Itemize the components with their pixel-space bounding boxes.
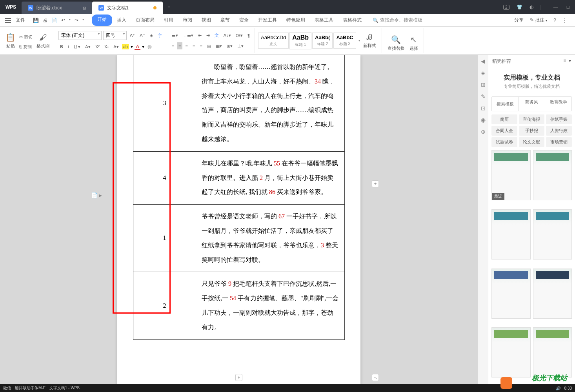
select-button[interactable]: ↖选择 — [407, 28, 420, 53]
table-cell-num[interactable]: 3 — [133, 55, 196, 152]
ribbon-tab-references[interactable]: 引用 — [159, 15, 178, 26]
tab-file-2[interactable]: W 文字文稿1 — [92, 2, 163, 14]
line-spacing-icon[interactable]: ‡≡▾ — [234, 32, 245, 39]
increase-indent-icon[interactable]: ⇥ — [205, 32, 211, 39]
style-heading1[interactable]: AaBb标题 1 — [289, 32, 311, 49]
template-item[interactable] — [491, 327, 531, 377]
ribbon-tab-devtools[interactable]: 开发工具 — [253, 15, 282, 26]
ribbon-tab-tabletools[interactable]: 表格工具 — [310, 15, 338, 26]
table-cell-num[interactable]: 4 — [133, 151, 196, 204]
template-item[interactable] — [533, 150, 572, 200]
ribbon-tab-review[interactable]: 审阅 — [178, 15, 197, 26]
enclose-char-icon[interactable]: ㊞ — [146, 43, 153, 51]
align-justify-icon[interactable]: ≡ — [191, 43, 197, 49]
comment-button[interactable]: ✎ 批注 ▾ — [530, 17, 548, 24]
align-center-icon[interactable]: ≡ — [177, 42, 182, 49]
ribbon-tab-insert[interactable]: 插入 — [112, 15, 131, 26]
table-cell-num[interactable]: 2 — [133, 272, 196, 339]
user-avatar-icon[interactable]: ◐ — [530, 4, 533, 10]
font-color-icon[interactable]: A — [135, 43, 140, 50]
table-cell-text[interactable]: 爷爷曾经是语文老师，写的 67 一手好书字，所以一到腊月，爷爷就开始忙活了，亲戚… — [196, 205, 345, 272]
document-table[interactable]: 3 盼望着，盼望着……翘首以盼的新年近了。街市上车水马龙，人山人海，好不热闹。3… — [133, 55, 345, 340]
table-cell-text[interactable]: 只见爷爷 9 把毛笔杆头支着下巴作沉思状,然后,一手按纸,一 54 手有力的握笔… — [196, 272, 345, 339]
text-direction-icon[interactable]: 文 — [213, 32, 220, 39]
badge-icon[interactable]: 2 — [503, 5, 509, 10]
increase-font-icon[interactable]: A⁺ — [128, 32, 136, 39]
ribbon-tab-tablestyle[interactable]: 表格样式 — [338, 15, 366, 26]
bullets-icon[interactable]: ☰▾ — [170, 32, 180, 39]
show-marks-icon[interactable]: ¶ — [246, 33, 251, 39]
template-item[interactable] — [533, 209, 572, 260]
panel-close-icon[interactable]: ▾ — [569, 58, 571, 64]
page-margin-icon[interactable]: 📄 ▸ — [91, 192, 102, 198]
search-template-input[interactable] — [492, 97, 519, 111]
tool-icon[interactable]: ◈ — [481, 70, 485, 76]
ribbon-tab-start[interactable]: 开始 — [92, 15, 112, 26]
align-left-icon[interactable]: ≡ — [170, 43, 176, 49]
borders-icon[interactable]: ⊞▾ — [225, 43, 234, 49]
tag-item[interactable]: 人资行政 — [546, 126, 572, 136]
paste-button[interactable]: 📋 粘贴 — [3, 31, 18, 51]
tab-file-1[interactable]: W 盼望着.docx ⊡ — [22, 2, 92, 14]
decrease-font-icon[interactable]: A⁻ — [138, 32, 146, 39]
tag-item[interactable]: 宣传海报 — [519, 114, 545, 124]
document-area[interactable]: 📄 ▸ 3 盼望着，盼望着……翘首以盼的新年近了。街市上车水马龙，人山人海，好不… — [0, 55, 478, 384]
style-heading2[interactable]: AaBb(标题 2 — [312, 33, 333, 49]
file-menu[interactable]: 文件 — [16, 17, 25, 24]
collapse-icon[interactable]: ◀ — [481, 58, 485, 64]
highlight-icon[interactable]: ab — [122, 44, 129, 49]
table-handle-right[interactable]: + — [372, 180, 379, 187]
template-item[interactable] — [491, 269, 531, 319]
tool-icon[interactable]: ◉ — [481, 117, 486, 123]
text-effects-icon[interactable]: A▾ — [112, 44, 120, 50]
indent-left-icon[interactable]: ▤ — [206, 43, 213, 49]
print-preview-icon[interactable]: 📄 — [51, 18, 57, 23]
ribbon-tab-security[interactable]: 安全 — [235, 15, 253, 26]
share-button[interactable]: 分享 — [514, 17, 524, 24]
tag-item[interactable]: 试题试卷 — [491, 137, 517, 147]
subscript-icon[interactable]: X₂ — [103, 44, 110, 50]
underline-icon[interactable]: U▾ — [72, 44, 82, 50]
format-painter-button[interactable]: 🖌 格式刷 — [34, 31, 52, 51]
tool-icon[interactable]: ✎ — [481, 93, 486, 100]
hamburger-icon[interactable] — [5, 18, 11, 23]
tag-item[interactable]: 论文文献 — [519, 137, 545, 147]
table-cell-text[interactable]: 盼望着，盼望着……翘首以盼的新年近了。街市上车水马龙，人山人海，好不热闹。34 … — [196, 55, 345, 152]
cut-button[interactable]: ✂剪切 — [18, 33, 34, 41]
tag-item[interactable]: 手抄报 — [519, 126, 545, 136]
tool-icon[interactable]: ⊡ — [481, 105, 486, 111]
tab-pin-icon[interactable]: ⊡ — [83, 6, 86, 10]
template-item[interactable] — [533, 327, 572, 377]
tag-item[interactable]: 信纸手账 — [546, 114, 572, 124]
command-search[interactable]: 🔍 查找命令、搜索模板 — [373, 17, 422, 24]
save-icon[interactable]: 💾 — [33, 18, 39, 23]
filter-education[interactable]: 教育教学 — [545, 97, 571, 111]
redo-dropdown-icon[interactable]: ▾ — [82, 18, 84, 23]
bold-icon[interactable]: B — [58, 44, 65, 50]
phonetic-icon[interactable]: 字 — [156, 32, 164, 39]
template-item[interactable]: 最近 — [491, 150, 531, 200]
ribbon-tab-chapter[interactable]: 章节 — [216, 15, 235, 26]
minimize-icon[interactable]: — — [553, 4, 558, 10]
superscript-icon[interactable]: X² — [94, 44, 101, 50]
sort-icon[interactable]: A↓▾ — [222, 32, 233, 39]
tool-icon[interactable]: ⊕ — [481, 129, 486, 135]
ribbon-tab-view[interactable]: 视图 — [197, 15, 216, 26]
redo-icon[interactable]: ↷ — [75, 18, 78, 23]
strikethrough-icon[interactable]: A̶▾ — [84, 44, 92, 50]
table-resize-handle[interactable]: ⤡ — [372, 374, 379, 381]
align-right-icon[interactable]: ≡ — [184, 43, 189, 49]
tool-icon[interactable]: ⊞ — [481, 82, 486, 88]
table-cell-text[interactable]: 年味儿在哪里？哦,年味儿 55 在爷爷一幅幅笔墨飘香的对联里。进入腊 2 月，街… — [196, 151, 345, 204]
filter-business[interactable]: 商务风 — [519, 97, 545, 111]
ribbon-tab-special[interactable]: 特色应用 — [282, 15, 310, 26]
shading-icon[interactable]: ▦▾ — [214, 43, 224, 49]
font-name-select[interactable]: 宋体 (正文) — [58, 31, 102, 40]
apparel-icon[interactable]: 👕 — [517, 4, 522, 10]
new-style-button[interactable]: Ꭿ新样式 — [361, 31, 378, 50]
ribbon-tab-layout[interactable]: 页面布局 — [131, 15, 159, 26]
tab-stop-icon[interactable]: ⊥▾ — [236, 43, 245, 49]
undo-dropdown-icon[interactable]: ▾ — [69, 18, 71, 23]
tab-add-button[interactable]: + — [163, 4, 175, 10]
template-item[interactable] — [533, 269, 572, 319]
